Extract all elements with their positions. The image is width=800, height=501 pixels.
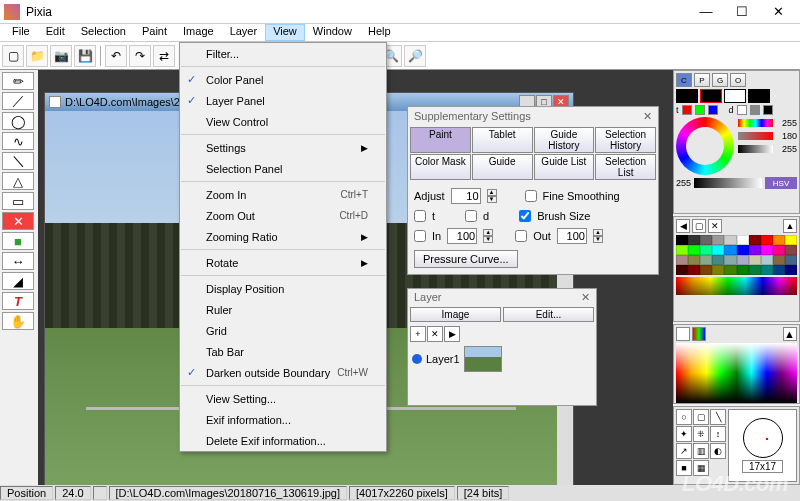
view-menu-item[interactable]: Ruler bbox=[180, 299, 386, 320]
view-menu-item[interactable]: Zoom OutCtrl+D bbox=[180, 205, 386, 226]
palette-color[interactable] bbox=[785, 265, 797, 275]
supp-titlebar[interactable]: Supplementary Settings ✕ bbox=[408, 107, 658, 125]
palette-color[interactable] bbox=[737, 235, 749, 245]
palette-color[interactable] bbox=[773, 235, 785, 245]
palette-color[interactable] bbox=[785, 235, 797, 245]
palette-prev-icon[interactable]: ◀ bbox=[676, 219, 690, 233]
palette-color[interactable] bbox=[761, 255, 773, 265]
palette-color[interactable] bbox=[700, 255, 712, 265]
view-menu-item[interactable]: Darken outside BoundaryCtrl+W bbox=[180, 362, 386, 383]
menu-file[interactable]: File bbox=[4, 24, 38, 41]
palette-color[interactable] bbox=[724, 255, 736, 265]
palette-color[interactable] bbox=[724, 245, 736, 255]
brush-opt-icon[interactable]: ✦ bbox=[676, 426, 692, 442]
menu-layer[interactable]: Layer bbox=[222, 24, 266, 41]
layer-row[interactable]: Layer1 bbox=[408, 344, 596, 374]
palette-color[interactable] bbox=[676, 265, 688, 275]
menu-window[interactable]: Window bbox=[305, 24, 360, 41]
close-area-icon[interactable]: ✕ bbox=[2, 212, 34, 230]
view-menu-item[interactable]: View Control bbox=[180, 111, 386, 132]
brush-opt-icon[interactable]: ⁜ bbox=[693, 426, 709, 442]
view-menu-item[interactable]: View Setting... bbox=[180, 388, 386, 409]
d-checkbox[interactable] bbox=[465, 210, 477, 222]
menu-paint[interactable]: Paint bbox=[134, 24, 175, 41]
palette-color[interactable] bbox=[761, 235, 773, 245]
layer-close-icon[interactable]: ✕ bbox=[581, 291, 590, 304]
palette-color[interactable] bbox=[773, 255, 785, 265]
mini-swatch[interactable] bbox=[708, 105, 718, 115]
spectrum-scroll-icon[interactable]: ▲ bbox=[783, 327, 797, 341]
pressure-curve-button[interactable]: Pressure Curve... bbox=[414, 250, 518, 268]
supp-tab-selection-history[interactable]: Selection History bbox=[595, 127, 656, 153]
open-icon[interactable]: 📁 bbox=[26, 45, 48, 67]
palette-color[interactable] bbox=[785, 245, 797, 255]
color-tab-c[interactable]: C bbox=[676, 73, 692, 87]
layer-del-icon[interactable]: ✕ bbox=[427, 326, 443, 342]
brush-shape-line-icon[interactable]: ╲ bbox=[710, 409, 726, 425]
brush-shape-square-icon[interactable]: ▢ bbox=[693, 409, 709, 425]
supp-tab-guide[interactable]: Guide bbox=[472, 154, 533, 180]
color-swatch-4[interactable] bbox=[748, 89, 770, 103]
pencil-tool-icon[interactable]: ／ bbox=[2, 92, 34, 110]
in-checkbox[interactable] bbox=[414, 230, 426, 242]
palette-color[interactable] bbox=[737, 245, 749, 255]
palette-color[interactable] bbox=[700, 245, 712, 255]
view-menu-item[interactable]: Grid bbox=[180, 320, 386, 341]
menu-selection[interactable]: Selection bbox=[73, 24, 134, 41]
view-menu-item[interactable]: Color Panel bbox=[180, 69, 386, 90]
undo-icon[interactable]: ↶ bbox=[105, 45, 127, 67]
brush-size-checkbox[interactable] bbox=[519, 210, 531, 222]
color-tab-o[interactable]: O bbox=[730, 73, 746, 87]
color-tab-g[interactable]: G bbox=[712, 73, 728, 87]
palette-color[interactable] bbox=[712, 235, 724, 245]
palette-color[interactable] bbox=[737, 265, 749, 275]
palette-box-icon[interactable]: ▢ bbox=[692, 219, 706, 233]
fill-tool-icon[interactable]: ◢ bbox=[2, 272, 34, 290]
zoom-out-icon[interactable]: 🔎 bbox=[404, 45, 426, 67]
fine-smoothing-checkbox[interactable] bbox=[525, 190, 537, 202]
supp-tab-guide-list[interactable]: Guide List bbox=[534, 154, 595, 180]
mini-swatch[interactable] bbox=[763, 105, 773, 115]
color-tab-p[interactable]: P bbox=[694, 73, 710, 87]
palette-color[interactable] bbox=[761, 245, 773, 255]
color-swatch-3[interactable] bbox=[724, 89, 746, 103]
brush-opt-icon[interactable]: ▥ bbox=[693, 443, 709, 459]
palette-color[interactable] bbox=[761, 265, 773, 275]
t-checkbox[interactable] bbox=[414, 210, 426, 222]
brush-tool-icon[interactable]: ✏ bbox=[2, 72, 34, 90]
palette-color[interactable] bbox=[724, 235, 736, 245]
text-tool-icon[interactable]: T bbox=[2, 292, 34, 310]
brush-opt-icon[interactable]: ■ bbox=[676, 460, 692, 476]
view-menu-item[interactable]: Settings▶ bbox=[180, 137, 386, 158]
layer-edit-button[interactable]: Edit... bbox=[503, 307, 594, 322]
menu-help[interactable]: Help bbox=[360, 24, 399, 41]
palette-color[interactable] bbox=[712, 265, 724, 275]
supp-close-icon[interactable]: ✕ bbox=[643, 110, 652, 123]
supp-tab-color-mask[interactable]: Color Mask bbox=[410, 154, 471, 180]
view-menu-item[interactable]: Rotate▶ bbox=[180, 252, 386, 273]
palette-gradient[interactable] bbox=[676, 277, 797, 295]
supp-tab-paint[interactable]: Paint bbox=[410, 127, 471, 153]
hand-tool-icon[interactable]: ✋ bbox=[2, 312, 34, 330]
supp-tab-tablet[interactable]: Tablet bbox=[472, 127, 533, 153]
alpha-slider[interactable] bbox=[694, 178, 762, 188]
brush-opt-icon[interactable]: ▦ bbox=[693, 460, 709, 476]
brush-preview-circle[interactable] bbox=[743, 418, 783, 458]
view-menu-item[interactable]: Filter... bbox=[180, 43, 386, 64]
palette-del-icon[interactable]: ✕ bbox=[708, 219, 722, 233]
redo-icon[interactable]: ↷ bbox=[129, 45, 151, 67]
polygon-tool-icon[interactable]: △ bbox=[2, 172, 34, 190]
move-tool-icon[interactable]: ↔ bbox=[2, 252, 34, 270]
palette-color[interactable] bbox=[676, 245, 688, 255]
line-tool-icon[interactable]: ＼ bbox=[2, 152, 34, 170]
spectrum-btn-1[interactable] bbox=[676, 327, 690, 341]
out-checkbox[interactable] bbox=[515, 230, 527, 242]
layer-add-icon[interactable]: + bbox=[410, 326, 426, 342]
color-mode-button[interactable]: HSV bbox=[765, 177, 797, 189]
view-menu-item[interactable]: Display Position bbox=[180, 278, 386, 299]
palette-color[interactable] bbox=[773, 265, 785, 275]
out-spinner[interactable]: ▲▼ bbox=[593, 229, 603, 243]
view-menu-item[interactable]: Tab Bar bbox=[180, 341, 386, 362]
mini-swatch[interactable] bbox=[737, 105, 747, 115]
palette-color[interactable] bbox=[737, 255, 749, 265]
